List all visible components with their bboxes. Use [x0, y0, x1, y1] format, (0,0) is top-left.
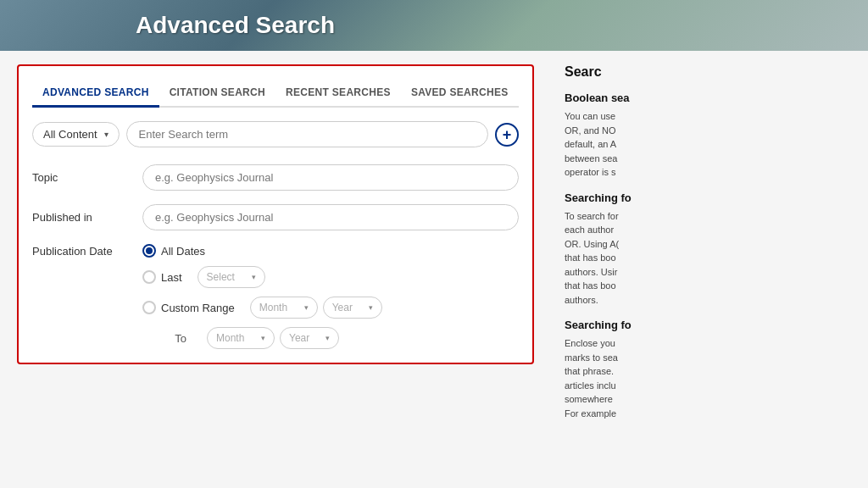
main-layout: ADVANCED SEARCH CITATION SEARCH RECENT S…	[0, 51, 868, 488]
help-phrases-heading: Searching fo	[565, 319, 854, 331]
to-label: To	[175, 332, 186, 345]
pub-date-label: Publication Date	[32, 245, 142, 258]
last-period-select[interactable]: Select ▾	[198, 266, 265, 288]
tab-recent-searches[interactable]: RECENT SEARCHES	[275, 80, 401, 108]
topic-field-row: Topic	[32, 164, 519, 191]
last-row: Last Select ▾	[32, 266, 519, 288]
header-banner: Advanced Search	[0, 0, 868, 51]
tab-saved-searches[interactable]: SAVED SEARCHES	[401, 80, 519, 108]
help-section-boolean: Boolean sea You can use OR, and NO defau…	[565, 92, 854, 180]
published-in-label: Published in	[32, 211, 142, 224]
last-period-chevron: ▾	[252, 273, 256, 281]
last-radio[interactable]	[142, 270, 156, 284]
topic-label: Topic	[32, 171, 142, 184]
published-in-input[interactable]	[142, 204, 519, 230]
custom-range-label: Custom Range	[161, 302, 235, 314]
to-month-placeholder: Month	[216, 332, 244, 344]
month-chevron: ▾	[304, 303, 309, 312]
help-title-section: Searc	[565, 64, 854, 80]
all-dates-radio[interactable]	[142, 244, 156, 258]
last-period-placeholder: Select	[207, 271, 235, 283]
help-section-authors: Searching fo To search for each author O…	[565, 191, 854, 308]
help-authors-text: To search for each author OR. Using A( t…	[565, 209, 854, 308]
custom-range-month-select[interactable]: Month ▾	[250, 297, 318, 319]
tab-advanced-search[interactable]: ADVANCED SEARCH	[32, 80, 159, 108]
all-dates-label: All Dates	[161, 245, 205, 258]
to-year-chevron: ▾	[326, 334, 330, 342]
tab-bar: ADVANCED SEARCH CITATION SEARCH RECENT S…	[32, 80, 519, 108]
custom-range-option[interactable]: Custom Range	[142, 301, 235, 314]
help-authors-heading: Searching fo	[565, 191, 854, 204]
help-title: Searc	[565, 64, 854, 80]
tab-citation-search[interactable]: CITATION SEARCH	[159, 80, 275, 108]
search-row: All Content ▾ +	[32, 121, 519, 147]
to-year-placeholder: Year	[289, 332, 309, 344]
search-box: ADVANCED SEARCH CITATION SEARCH RECENT S…	[17, 64, 534, 364]
help-section-phrases: Searching fo Enclose you marks to sea th…	[565, 319, 854, 420]
custom-range-row: Custom Range Month ▾ Year ▾	[32, 297, 519, 319]
help-boolean-heading: Boolean sea	[565, 92, 854, 104]
help-phrases-text: Enclose you marks to sea that phrase. ar…	[565, 336, 854, 420]
topic-input[interactable]	[142, 164, 519, 191]
published-in-field-row: Published in	[32, 204, 519, 230]
search-panel: ADVANCED SEARCH CITATION SEARCH RECENT S…	[0, 51, 551, 488]
custom-range-year-select[interactable]: Year ▾	[323, 297, 382, 319]
all-dates-option[interactable]: All Dates	[142, 244, 205, 258]
help-panel: Searc Boolean sea You can use OR, and NO…	[551, 51, 868, 488]
to-year-select[interactable]: Year ▾	[280, 327, 339, 349]
to-month-chevron: ▾	[261, 334, 265, 342]
last-label: Last	[161, 271, 182, 284]
year-placeholder: Year	[332, 302, 353, 313]
to-row: To Month ▾ Year ▾	[32, 327, 519, 349]
to-month-select[interactable]: Month ▾	[207, 327, 275, 349]
year-chevron: ▾	[369, 303, 373, 312]
add-search-button[interactable]: +	[495, 123, 519, 147]
month-placeholder: Month	[259, 302, 287, 313]
page-title: Advanced Search	[136, 12, 335, 39]
search-input[interactable]	[126, 121, 488, 147]
content-type-label: All Content	[43, 128, 97, 141]
content-type-chevron: ▾	[104, 130, 108, 139]
last-option[interactable]: Last	[142, 270, 182, 284]
pub-date-row: Publication Date All Dates	[32, 244, 519, 258]
custom-range-radio[interactable]	[142, 301, 156, 314]
content-type-select[interactable]: All Content ▾	[32, 122, 120, 147]
publication-date-section: Publication Date All Dates Last Select	[32, 244, 519, 349]
help-boolean-text: You can use OR, and NO default, an A bet…	[565, 109, 854, 180]
